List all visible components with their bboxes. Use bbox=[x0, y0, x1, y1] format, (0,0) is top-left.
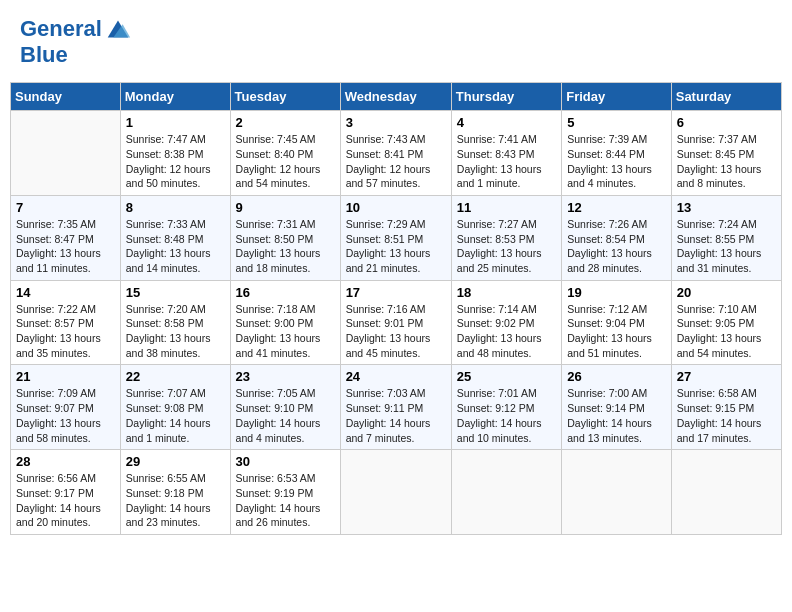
calendar-cell: 29Sunrise: 6:55 AM Sunset: 9:18 PM Dayli… bbox=[120, 450, 230, 535]
week-row-3: 14Sunrise: 7:22 AM Sunset: 8:57 PM Dayli… bbox=[11, 280, 782, 365]
day-number: 7 bbox=[16, 200, 115, 215]
calendar-cell bbox=[562, 450, 672, 535]
column-header-saturday: Saturday bbox=[671, 83, 781, 111]
day-number: 13 bbox=[677, 200, 776, 215]
calendar-cell bbox=[340, 450, 451, 535]
day-info: Sunrise: 7:33 AM Sunset: 8:48 PM Dayligh… bbox=[126, 217, 225, 276]
calendar-cell: 2Sunrise: 7:45 AM Sunset: 8:40 PM Daylig… bbox=[230, 111, 340, 196]
calendar-cell bbox=[451, 450, 561, 535]
logo: General Blue bbox=[20, 15, 132, 67]
week-row-1: 1Sunrise: 7:47 AM Sunset: 8:38 PM Daylig… bbox=[11, 111, 782, 196]
calendar-cell: 23Sunrise: 7:05 AM Sunset: 9:10 PM Dayli… bbox=[230, 365, 340, 450]
day-number: 18 bbox=[457, 285, 556, 300]
calendar-cell: 30Sunrise: 6:53 AM Sunset: 9:19 PM Dayli… bbox=[230, 450, 340, 535]
day-info: Sunrise: 7:31 AM Sunset: 8:50 PM Dayligh… bbox=[236, 217, 335, 276]
calendar-cell bbox=[671, 450, 781, 535]
day-info: Sunrise: 6:56 AM Sunset: 9:17 PM Dayligh… bbox=[16, 471, 115, 530]
day-number: 2 bbox=[236, 115, 335, 130]
day-info: Sunrise: 7:09 AM Sunset: 9:07 PM Dayligh… bbox=[16, 386, 115, 445]
calendar-cell: 17Sunrise: 7:16 AM Sunset: 9:01 PM Dayli… bbox=[340, 280, 451, 365]
day-info: Sunrise: 7:29 AM Sunset: 8:51 PM Dayligh… bbox=[346, 217, 446, 276]
week-row-5: 28Sunrise: 6:56 AM Sunset: 9:17 PM Dayli… bbox=[11, 450, 782, 535]
column-header-tuesday: Tuesday bbox=[230, 83, 340, 111]
calendar-cell: 13Sunrise: 7:24 AM Sunset: 8:55 PM Dayli… bbox=[671, 195, 781, 280]
day-info: Sunrise: 7:20 AM Sunset: 8:58 PM Dayligh… bbox=[126, 302, 225, 361]
day-number: 30 bbox=[236, 454, 335, 469]
day-info: Sunrise: 7:27 AM Sunset: 8:53 PM Dayligh… bbox=[457, 217, 556, 276]
day-number: 14 bbox=[16, 285, 115, 300]
calendar-cell: 6Sunrise: 7:37 AM Sunset: 8:45 PM Daylig… bbox=[671, 111, 781, 196]
day-info: Sunrise: 7:18 AM Sunset: 9:00 PM Dayligh… bbox=[236, 302, 335, 361]
calendar-cell: 20Sunrise: 7:10 AM Sunset: 9:05 PM Dayli… bbox=[671, 280, 781, 365]
calendar-cell: 24Sunrise: 7:03 AM Sunset: 9:11 PM Dayli… bbox=[340, 365, 451, 450]
day-number: 1 bbox=[126, 115, 225, 130]
day-number: 9 bbox=[236, 200, 335, 215]
calendar-cell: 14Sunrise: 7:22 AM Sunset: 8:57 PM Dayli… bbox=[11, 280, 121, 365]
calendar-cell: 18Sunrise: 7:14 AM Sunset: 9:02 PM Dayli… bbox=[451, 280, 561, 365]
week-row-4: 21Sunrise: 7:09 AM Sunset: 9:07 PM Dayli… bbox=[11, 365, 782, 450]
calendar-table: SundayMondayTuesdayWednesdayThursdayFrid… bbox=[10, 82, 782, 535]
logo-icon bbox=[104, 15, 132, 43]
day-info: Sunrise: 7:45 AM Sunset: 8:40 PM Dayligh… bbox=[236, 132, 335, 191]
day-number: 16 bbox=[236, 285, 335, 300]
day-number: 12 bbox=[567, 200, 666, 215]
day-info: Sunrise: 7:07 AM Sunset: 9:08 PM Dayligh… bbox=[126, 386, 225, 445]
day-info: Sunrise: 7:14 AM Sunset: 9:02 PM Dayligh… bbox=[457, 302, 556, 361]
day-number: 22 bbox=[126, 369, 225, 384]
day-info: Sunrise: 7:00 AM Sunset: 9:14 PM Dayligh… bbox=[567, 386, 666, 445]
day-number: 4 bbox=[457, 115, 556, 130]
calendar-cell: 5Sunrise: 7:39 AM Sunset: 8:44 PM Daylig… bbox=[562, 111, 672, 196]
calendar-cell: 16Sunrise: 7:18 AM Sunset: 9:00 PM Dayli… bbox=[230, 280, 340, 365]
day-info: Sunrise: 7:41 AM Sunset: 8:43 PM Dayligh… bbox=[457, 132, 556, 191]
day-info: Sunrise: 7:12 AM Sunset: 9:04 PM Dayligh… bbox=[567, 302, 666, 361]
day-number: 20 bbox=[677, 285, 776, 300]
column-header-sunday: Sunday bbox=[11, 83, 121, 111]
column-headers: SundayMondayTuesdayWednesdayThursdayFrid… bbox=[11, 83, 782, 111]
day-info: Sunrise: 7:16 AM Sunset: 9:01 PM Dayligh… bbox=[346, 302, 446, 361]
calendar-cell: 1Sunrise: 7:47 AM Sunset: 8:38 PM Daylig… bbox=[120, 111, 230, 196]
day-info: Sunrise: 7:47 AM Sunset: 8:38 PM Dayligh… bbox=[126, 132, 225, 191]
column-header-wednesday: Wednesday bbox=[340, 83, 451, 111]
calendar-cell bbox=[11, 111, 121, 196]
calendar-cell: 19Sunrise: 7:12 AM Sunset: 9:04 PM Dayli… bbox=[562, 280, 672, 365]
day-info: Sunrise: 6:53 AM Sunset: 9:19 PM Dayligh… bbox=[236, 471, 335, 530]
calendar-cell: 9Sunrise: 7:31 AM Sunset: 8:50 PM Daylig… bbox=[230, 195, 340, 280]
day-info: Sunrise: 7:39 AM Sunset: 8:44 PM Dayligh… bbox=[567, 132, 666, 191]
day-number: 25 bbox=[457, 369, 556, 384]
calendar-cell: 28Sunrise: 6:56 AM Sunset: 9:17 PM Dayli… bbox=[11, 450, 121, 535]
day-info: Sunrise: 7:01 AM Sunset: 9:12 PM Dayligh… bbox=[457, 386, 556, 445]
day-number: 15 bbox=[126, 285, 225, 300]
calendar-cell: 15Sunrise: 7:20 AM Sunset: 8:58 PM Dayli… bbox=[120, 280, 230, 365]
calendar-cell: 25Sunrise: 7:01 AM Sunset: 9:12 PM Dayli… bbox=[451, 365, 561, 450]
day-info: Sunrise: 6:55 AM Sunset: 9:18 PM Dayligh… bbox=[126, 471, 225, 530]
day-number: 11 bbox=[457, 200, 556, 215]
day-number: 28 bbox=[16, 454, 115, 469]
calendar-cell: 8Sunrise: 7:33 AM Sunset: 8:48 PM Daylig… bbox=[120, 195, 230, 280]
column-header-thursday: Thursday bbox=[451, 83, 561, 111]
day-info: Sunrise: 7:24 AM Sunset: 8:55 PM Dayligh… bbox=[677, 217, 776, 276]
calendar-cell: 27Sunrise: 6:58 AM Sunset: 9:15 PM Dayli… bbox=[671, 365, 781, 450]
day-number: 21 bbox=[16, 369, 115, 384]
logo-text: General bbox=[20, 17, 102, 41]
day-info: Sunrise: 7:26 AM Sunset: 8:54 PM Dayligh… bbox=[567, 217, 666, 276]
day-number: 6 bbox=[677, 115, 776, 130]
calendar-cell: 21Sunrise: 7:09 AM Sunset: 9:07 PM Dayli… bbox=[11, 365, 121, 450]
day-number: 3 bbox=[346, 115, 446, 130]
day-number: 8 bbox=[126, 200, 225, 215]
week-row-2: 7Sunrise: 7:35 AM Sunset: 8:47 PM Daylig… bbox=[11, 195, 782, 280]
column-header-monday: Monday bbox=[120, 83, 230, 111]
page-header: General Blue bbox=[10, 10, 782, 72]
day-info: Sunrise: 7:05 AM Sunset: 9:10 PM Dayligh… bbox=[236, 386, 335, 445]
day-number: 23 bbox=[236, 369, 335, 384]
day-number: 17 bbox=[346, 285, 446, 300]
day-number: 24 bbox=[346, 369, 446, 384]
day-number: 10 bbox=[346, 200, 446, 215]
calendar-cell: 26Sunrise: 7:00 AM Sunset: 9:14 PM Dayli… bbox=[562, 365, 672, 450]
calendar-cell: 4Sunrise: 7:41 AM Sunset: 8:43 PM Daylig… bbox=[451, 111, 561, 196]
day-number: 29 bbox=[126, 454, 225, 469]
day-info: Sunrise: 7:10 AM Sunset: 9:05 PM Dayligh… bbox=[677, 302, 776, 361]
day-number: 19 bbox=[567, 285, 666, 300]
day-info: Sunrise: 6:58 AM Sunset: 9:15 PM Dayligh… bbox=[677, 386, 776, 445]
calendar-cell: 10Sunrise: 7:29 AM Sunset: 8:51 PM Dayli… bbox=[340, 195, 451, 280]
calendar-cell: 7Sunrise: 7:35 AM Sunset: 8:47 PM Daylig… bbox=[11, 195, 121, 280]
